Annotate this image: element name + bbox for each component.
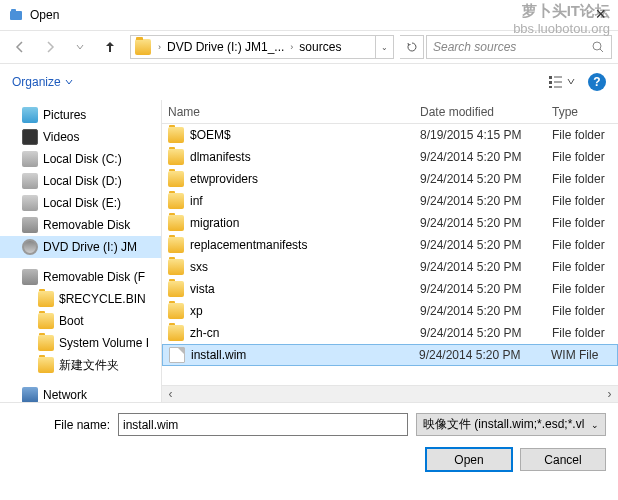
file-row[interactable]: vista9/24/2014 5:20 PMFile folder: [162, 278, 618, 300]
fld-icon: [38, 335, 54, 351]
svg-rect-6: [549, 86, 552, 88]
col-type[interactable]: Type: [546, 105, 618, 119]
file-list-pane: Name Date modified Type $OEM$8/19/2015 4…: [162, 100, 618, 402]
usb-icon: [22, 269, 38, 285]
file-row[interactable]: zh-cn9/24/2014 5:20 PMFile folder: [162, 322, 618, 344]
chevron-right-icon[interactable]: ›: [155, 42, 164, 52]
svg-line-3: [600, 49, 603, 52]
filename-input[interactable]: [118, 413, 408, 436]
file-icon: [169, 347, 185, 363]
tree-item[interactable]: System Volume I: [0, 332, 161, 354]
svg-point-2: [593, 42, 601, 50]
up-button[interactable]: [96, 35, 124, 59]
tree-item[interactable]: Pictures: [0, 104, 161, 126]
fld-icon: [38, 357, 54, 373]
svg-rect-1: [11, 9, 16, 12]
folder-icon: [168, 215, 184, 231]
svg-rect-4: [549, 76, 552, 79]
fld-icon: [38, 291, 54, 307]
hdd-icon: [22, 151, 38, 167]
chevron-right-icon[interactable]: ›: [287, 42, 296, 52]
scroll-right-arrow[interactable]: ›: [601, 387, 618, 401]
net-icon: [22, 387, 38, 402]
open-button[interactable]: Open: [426, 448, 512, 471]
folder-icon: [168, 259, 184, 275]
file-row[interactable]: sxs9/24/2014 5:20 PMFile folder: [162, 256, 618, 278]
address-bar[interactable]: › DVD Drive (I:) JM1_... › sources ⌄: [130, 35, 394, 59]
search-input[interactable]: [426, 35, 612, 59]
search-icon: [591, 40, 605, 54]
tree-item[interactable]: 新建文件夹: [0, 354, 161, 376]
col-name[interactable]: Name: [162, 105, 414, 119]
tree-item[interactable]: Boot: [0, 310, 161, 332]
tree-item[interactable]: DVD Drive (I:) JM: [0, 236, 161, 258]
svg-rect-5: [549, 81, 552, 84]
fld-icon: [38, 313, 54, 329]
col-date[interactable]: Date modified: [414, 105, 546, 119]
folder-icon: [168, 171, 184, 187]
folder-icon: [168, 193, 184, 209]
address-dropdown[interactable]: ⌄: [375, 36, 393, 58]
back-button[interactable]: [6, 35, 34, 59]
dialog-footer: File name: 映像文件 (install.wim;*.esd;*.vl⌄…: [0, 402, 618, 481]
file-row[interactable]: migration9/24/2014 5:20 PMFile folder: [162, 212, 618, 234]
vid-icon: [22, 129, 38, 145]
tree-item[interactable]: $RECYCLE.BIN: [0, 288, 161, 310]
tree-item[interactable]: Network: [0, 384, 161, 402]
hdd-icon: [22, 195, 38, 211]
file-row[interactable]: install.wim9/24/2014 5:20 PMWIM File: [162, 344, 618, 366]
titlebar: Open: [0, 0, 618, 30]
folder-icon: [168, 325, 184, 341]
refresh-button[interactable]: [400, 35, 424, 59]
horizontal-scrollbar[interactable]: ‹ ›: [162, 385, 618, 402]
dvd-icon: [22, 239, 38, 255]
breadcrumb-drive[interactable]: DVD Drive (I:) JM1_...: [164, 36, 287, 58]
pic-icon: [22, 107, 38, 123]
tree-item[interactable]: Videos: [0, 126, 161, 148]
forward-button[interactable]: [36, 35, 64, 59]
usb-icon: [22, 217, 38, 233]
cancel-button[interactable]: Cancel: [520, 448, 606, 471]
tree-item[interactable]: Local Disk (E:): [0, 192, 161, 214]
filetype-filter[interactable]: 映像文件 (install.wim;*.esd;*.vl⌄: [416, 413, 606, 436]
view-options-button[interactable]: [548, 74, 576, 90]
file-row[interactable]: $OEM$8/19/2015 4:15 PMFile folder: [162, 124, 618, 146]
organize-button[interactable]: Organize: [12, 75, 73, 89]
tree-item[interactable]: Removable Disk: [0, 214, 161, 236]
folder-icon: [168, 237, 184, 253]
folder-icon: [135, 39, 151, 55]
file-row[interactable]: dlmanifests9/24/2014 5:20 PMFile folder: [162, 146, 618, 168]
navbar: › DVD Drive (I:) JM1_... › sources ⌄: [0, 30, 618, 64]
help-button[interactable]: ?: [588, 73, 606, 91]
search-field[interactable]: [433, 40, 591, 54]
hdd-icon: [22, 173, 38, 189]
file-list[interactable]: $OEM$8/19/2015 4:15 PMFile folderdlmanif…: [162, 124, 618, 385]
column-headers[interactable]: Name Date modified Type: [162, 100, 618, 124]
chevron-down-icon: [65, 78, 73, 86]
filename-label: File name:: [12, 418, 110, 432]
folder-icon: [168, 149, 184, 165]
recent-dropdown[interactable]: [66, 35, 94, 59]
window-title: Open: [30, 8, 610, 22]
file-row[interactable]: etwproviders9/24/2014 5:20 PMFile folder: [162, 168, 618, 190]
folder-icon: [168, 281, 184, 297]
breadcrumb-folder[interactable]: sources: [296, 36, 344, 58]
folder-icon: [168, 127, 184, 143]
app-icon: [8, 7, 24, 23]
tree-item[interactable]: Local Disk (C:): [0, 148, 161, 170]
tree-item[interactable]: Removable Disk (F: [0, 266, 161, 288]
tree-item[interactable]: Local Disk (D:): [0, 170, 161, 192]
file-row[interactable]: replacementmanifests9/24/2014 5:20 PMFil…: [162, 234, 618, 256]
file-row[interactable]: xp9/24/2014 5:20 PMFile folder: [162, 300, 618, 322]
folder-icon: [168, 303, 184, 319]
svg-rect-0: [10, 11, 22, 20]
file-row[interactable]: inf9/24/2014 5:20 PMFile folder: [162, 190, 618, 212]
scroll-left-arrow[interactable]: ‹: [162, 387, 179, 401]
nav-tree[interactable]: PicturesVideosLocal Disk (C:)Local Disk …: [0, 100, 162, 402]
toolbar: Organize ?: [0, 64, 618, 100]
